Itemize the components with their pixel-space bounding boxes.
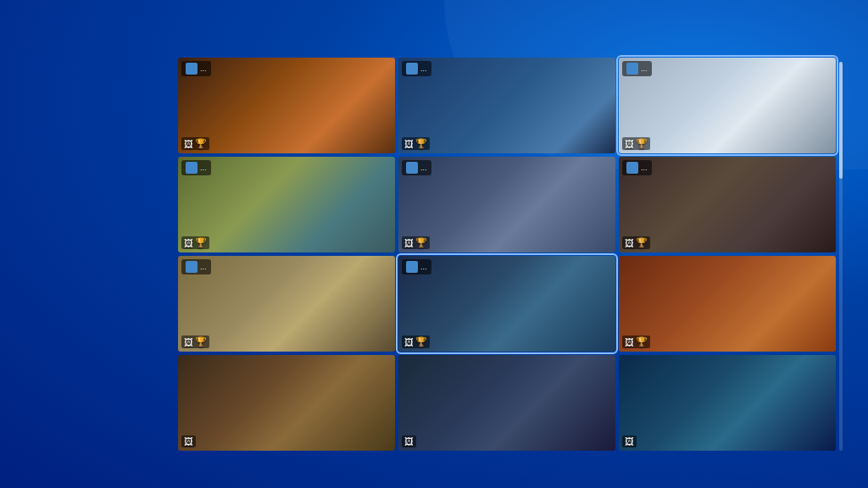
grid-item-11[interactable]: 🖼 xyxy=(398,355,615,451)
grid-item-1[interactable]: ... 🖼🏆 xyxy=(178,58,395,153)
grid-item-7[interactable]: ... 🖼🏆 xyxy=(178,256,395,352)
scrollbar[interactable] xyxy=(839,62,843,451)
grid-item-10[interactable]: 🖼 xyxy=(178,355,395,451)
grid-item-9[interactable]: 🖼🏆 xyxy=(619,256,836,352)
grid-item-8[interactable]: ... 🖼🏆 xyxy=(398,256,615,352)
grid-item-12[interactable]: 🖼 xyxy=(619,355,836,451)
grid-item-3[interactable]: ... 🖼🏆 xyxy=(619,58,836,153)
grid-item-6[interactable]: ... 🖼🏆 xyxy=(619,157,836,252)
scrollbar-thumb[interactable] xyxy=(839,62,843,179)
main-container: All All xyxy=(0,0,868,488)
grid-item-4[interactable]: ... 🖼🏆 xyxy=(178,157,395,252)
grid-item-2[interactable]: ... 🖼🏆 xyxy=(398,58,615,153)
grid-area: ... 🖼🏆 ... 🖼🏆 ... 🖼🏆 xyxy=(178,53,843,451)
grid-item-5[interactable]: ... 🖼🏆 xyxy=(398,157,615,252)
